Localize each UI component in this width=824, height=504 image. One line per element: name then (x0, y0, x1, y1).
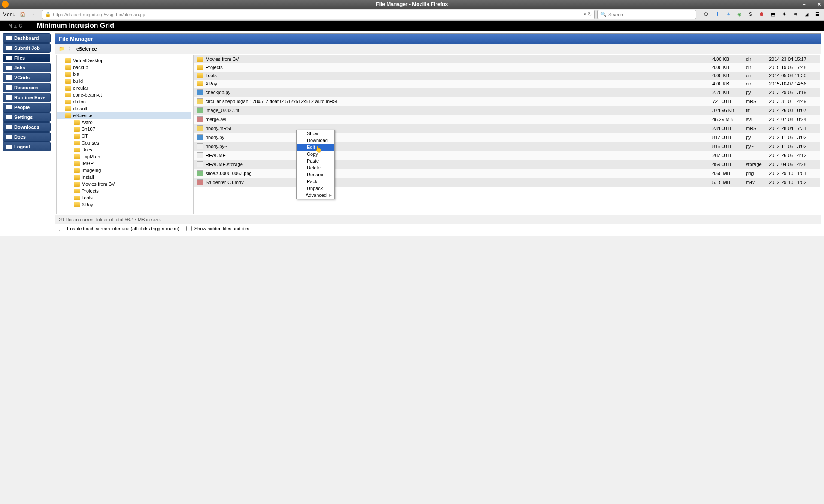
tree-item[interactable]: build (57, 78, 191, 85)
file-size: 287.00 B (712, 153, 746, 158)
tree-item[interactable]: Movies from BV (57, 181, 191, 187)
home-icon[interactable]: 🏠 (18, 10, 27, 19)
file-type: py (746, 135, 769, 140)
tree-item[interactable]: Docs (57, 146, 191, 153)
tree-item[interactable]: Astro (57, 119, 191, 126)
file-name: image_02327.tif (206, 108, 239, 113)
sidebar-item-docs[interactable]: Docs (3, 132, 51, 142)
sidebar-item-dashboard[interactable]: Dashboard (3, 33, 51, 43)
ctx-item-advanced[interactable]: Advanced▶ (297, 192, 334, 199)
ctx-item-pack[interactable]: Pack (297, 178, 334, 185)
context-menu: ShowDownloadEditCopyPasteDeleteRenamePac… (296, 130, 335, 199)
file-row[interactable]: nbody.mRSL234.00 BmRSL2014-28-04 17:31 (194, 124, 820, 133)
hidden-checkbox[interactable] (186, 226, 192, 231)
sidebar-item-downloads[interactable]: Downloads (3, 122, 51, 132)
tree-item[interactable]: eScience (57, 112, 191, 119)
ext4-icon[interactable]: ⬒ (769, 12, 777, 17)
menu-button[interactable]: Menu (3, 12, 15, 18)
sidebar-item-vgrids[interactable]: VGrids (3, 73, 51, 82)
sidebar-item-files[interactable]: Files (3, 53, 51, 63)
tree-item[interactable]: Install (57, 174, 191, 181)
tree-item[interactable]: Tools (57, 194, 191, 201)
maximize-icon[interactable]: □ (809, 0, 815, 9)
file-row[interactable]: image_02327.tif374.96 KBtif2014-26-03 10… (194, 106, 820, 115)
ext2-icon[interactable]: ◉ (736, 12, 743, 17)
file-row[interactable]: merge.avi46.29 MBavi2014-07-08 10:24 (194, 115, 820, 124)
ext3-icon[interactable]: S (747, 12, 754, 17)
ctx-item-label: Unpack (307, 186, 323, 191)
sidebar-item-people[interactable]: People (3, 103, 51, 112)
file-row[interactable]: XRay4.00 KBdir2015-10-07 14:56 (194, 80, 820, 88)
sidebar-item-runtime-envs[interactable]: Runtime Envs (3, 93, 51, 102)
tree-item[interactable]: circular (57, 85, 191, 91)
folder-icon (65, 100, 71, 104)
download-icon[interactable]: ⬇ (713, 12, 721, 17)
file-row[interactable]: Tools4.00 KBdir2014-05-08 11:30 (194, 72, 820, 80)
folder-icon (65, 86, 71, 91)
tree-item[interactable]: default (57, 105, 191, 112)
sidebar-item-logout[interactable]: Logout (3, 142, 51, 151)
url-bar[interactable]: 🔒 https://dk-cert.migrid.org/wsgi-bin/fi… (42, 10, 595, 19)
ext5-icon[interactable]: ≋ (791, 12, 799, 17)
file-row[interactable]: checkjob.py2.20 KBpy2013-29-05 13:19 (194, 88, 820, 97)
tree-item[interactable]: Bh107 (57, 126, 191, 133)
file-icon (197, 143, 203, 149)
tree-item[interactable]: XRay (57, 201, 191, 208)
file-row[interactable]: circular-shepp-logan-128x512-float32-512… (194, 97, 820, 106)
close-icon[interactable]: × (816, 0, 822, 9)
tree-item[interactable]: Courses (57, 139, 191, 146)
tree-item[interactable]: bla (57, 71, 191, 78)
tree-item[interactable]: Imageing (57, 167, 191, 174)
minimize-icon[interactable]: − (801, 0, 807, 9)
tree-item[interactable]: ExpMath (57, 153, 191, 160)
search-input[interactable] (608, 12, 693, 17)
nav-icon (6, 56, 12, 60)
file-size: 374.96 KB (712, 108, 746, 113)
sidebar-item-settings[interactable]: Settings (3, 112, 51, 122)
tree-item[interactable]: dalton (57, 98, 191, 105)
ctx-item-paste[interactable]: Paste (297, 157, 334, 164)
window-title: File Manager - Mozilla Firefox (376, 1, 448, 7)
tree-item[interactable]: IMGP (57, 160, 191, 167)
ctx-item-download[interactable]: Download (297, 137, 334, 144)
pocket-icon[interactable]: ⬡ (702, 12, 710, 17)
reload-icon[interactable]: ↻ (588, 12, 592, 17)
ext1-icon[interactable]: ✦ (724, 12, 732, 17)
file-type: dir (746, 73, 769, 78)
ctx-item-show[interactable]: Show (297, 130, 334, 137)
tree-item[interactable]: cone-beam-ct (57, 91, 191, 98)
file-date: 2014-26-05 14:12 (769, 153, 816, 158)
folder-icon (74, 141, 80, 145)
file-row[interactable]: README287.00 B2014-26-05 14:12 (194, 151, 820, 160)
touch-checkbox[interactable] (59, 226, 64, 231)
file-row[interactable]: Movies from BV4.00 KBdir2014-23-04 15:17 (194, 55, 820, 63)
ctx-icon (299, 186, 304, 191)
ctx-item-rename[interactable]: Rename (297, 171, 334, 178)
ctx-item-delete[interactable]: Delete (297, 164, 334, 171)
tree-item[interactable]: CT (57, 133, 191, 139)
ctx-item-unpack[interactable]: Unpack (297, 185, 334, 192)
file-row[interactable]: README.storage459.00 Bstorage2013-04-06 … (194, 160, 820, 169)
ctx-icon (299, 165, 304, 170)
adblock-icon[interactable]: ⬢ (758, 12, 766, 17)
gear-icon[interactable]: ✷ (780, 12, 788, 17)
file-row[interactable]: Studenter-CT.m4v5.15 MBm4v2012-29-10 11:… (194, 178, 820, 187)
search-bar[interactable]: 🔍 (597, 10, 696, 19)
sidebar-item-resources[interactable]: Resources (3, 83, 51, 92)
file-row[interactable]: slice.z.0000-0063.png4.60 MBpng2012-29-1… (194, 169, 820, 178)
back-icon[interactable]: ← (30, 10, 39, 19)
file-row[interactable]: nbody.py817.00 Bpy2012-11-05 13:02 (194, 133, 820, 142)
touch-label: Enable touch screen interface (all click… (67, 226, 179, 231)
file-row[interactable]: Projects4.00 KBdir2015-19-05 17:48 (194, 63, 820, 72)
dropdown-icon[interactable]: ▾ (584, 12, 586, 17)
sidebar-item-submit-job[interactable]: Submit Job (3, 43, 51, 53)
tree-item[interactable]: VirtualDesktop (57, 57, 191, 64)
hamburger-icon[interactable]: ☰ (814, 12, 821, 17)
tree-item[interactable]: Projects (57, 187, 191, 194)
tree-item[interactable]: backup (57, 64, 191, 71)
sidebar-item-jobs[interactable]: Jobs (3, 63, 51, 72)
home-folder-icon[interactable]: 📁 (59, 46, 65, 51)
ext6-icon[interactable]: ◪ (803, 12, 810, 17)
breadcrumb-current[interactable]: eScience (76, 46, 97, 51)
file-row[interactable]: nbody.py~816.00 Bpy~2012-11-05 13:02 (194, 142, 820, 151)
